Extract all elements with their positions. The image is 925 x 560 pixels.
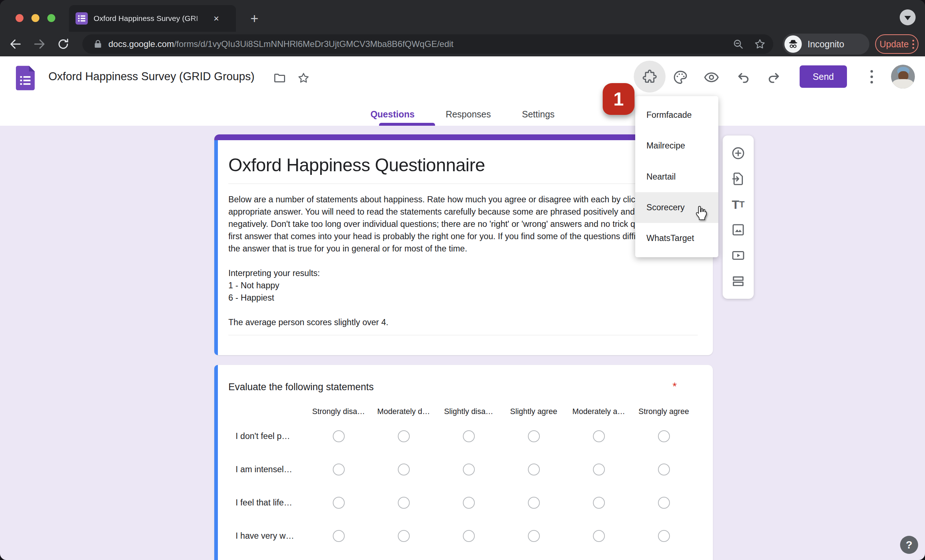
radio-button[interactable] xyxy=(658,530,670,542)
radio-button[interactable] xyxy=(658,497,670,509)
radio-button[interactable] xyxy=(463,497,475,509)
radio-button[interactable] xyxy=(593,530,605,542)
radio-button[interactable] xyxy=(463,464,475,476)
radio-button[interactable] xyxy=(593,464,605,476)
radio-button[interactable] xyxy=(333,497,345,509)
account-avatar[interactable] xyxy=(891,65,915,89)
add-question-icon[interactable] xyxy=(731,146,746,161)
document-title[interactable]: Oxford Happiness Survey (GRID Groups) xyxy=(48,70,255,83)
radio-button[interactable] xyxy=(333,530,345,542)
tt-large: T xyxy=(732,198,739,211)
avatar-shirt xyxy=(892,79,913,89)
menu-item-mailrecipe[interactable]: Mailrecipe xyxy=(635,130,718,161)
addons-button[interactable] xyxy=(634,61,666,92)
cursor-hand-icon xyxy=(693,205,710,223)
grid-row-2: I am intensel… xyxy=(214,453,713,486)
more-options-icon[interactable] xyxy=(868,70,875,83)
question-toolbar: TT xyxy=(723,135,754,299)
grid-cell xyxy=(566,497,631,509)
grid-row-4: I have very w… xyxy=(214,519,713,552)
tab-search-icon[interactable] xyxy=(900,9,916,25)
reload-button[interactable] xyxy=(56,37,70,51)
help-button[interactable]: ? xyxy=(900,536,918,554)
preview-eye-icon[interactable] xyxy=(704,69,719,85)
browser-toolbar: docs.google.com/forms/d/1vyQIu3Ui8SLmNNH… xyxy=(0,32,925,56)
back-button[interactable] xyxy=(9,37,23,51)
radio-button[interactable] xyxy=(463,530,475,542)
incognito-chip[interactable]: Incognito xyxy=(783,34,869,54)
menu-item-whatstarget[interactable]: WhatsTarget xyxy=(635,223,718,254)
radio-button[interactable] xyxy=(528,530,540,542)
window-zoom-button[interactable] xyxy=(47,14,55,22)
undo-icon[interactable] xyxy=(735,69,751,85)
tab-questions[interactable]: Questions xyxy=(368,102,417,126)
forms-header: Oxford Happiness Survey (GRID Groups) Se… xyxy=(0,56,925,126)
radio-button[interactable] xyxy=(333,430,345,442)
radio-button[interactable] xyxy=(398,430,410,442)
column-header-1: Strongly disa… xyxy=(306,407,371,416)
grid-cell xyxy=(306,430,371,442)
star-document-icon[interactable] xyxy=(297,72,310,84)
radio-button[interactable] xyxy=(398,530,410,542)
average-note: The average person scores slightly over … xyxy=(228,316,698,328)
grid-question-card[interactable]: Evaluate the following statements * Stro… xyxy=(214,365,713,560)
forward-button[interactable] xyxy=(33,37,46,51)
tab-close-icon[interactable]: × xyxy=(214,14,219,23)
grid-row-3: I feel that life… xyxy=(214,486,713,519)
form-title[interactable]: Oxford Happiness Questionnaire xyxy=(228,155,698,176)
send-button[interactable]: Send xyxy=(800,65,847,88)
browser-tab[interactable]: Oxford Happiness Survey (GRI × xyxy=(69,5,236,32)
form-title-card-content: Oxford Happiness Questionnaire Below are… xyxy=(228,140,698,335)
radio-button[interactable] xyxy=(528,464,540,476)
add-title-icon[interactable]: TT xyxy=(731,197,746,212)
move-folder-icon[interactable] xyxy=(273,72,286,84)
description-spacer-2 xyxy=(228,304,698,316)
multiple-choice-grid: Strongly disa… Moderately d… Slightly di… xyxy=(214,403,713,552)
grid-cell xyxy=(631,464,696,476)
grid-cell xyxy=(371,464,436,476)
update-button[interactable]: Update xyxy=(875,34,919,54)
menu-item-formfacade[interactable]: Formfacade xyxy=(635,100,718,130)
radio-button[interactable] xyxy=(593,430,605,442)
description-spacer xyxy=(228,255,698,267)
incognito-label: Incognito xyxy=(807,39,844,50)
tab-settings[interactable]: Settings xyxy=(520,102,556,126)
zoom-out-icon[interactable] xyxy=(732,38,744,50)
scale-low: 1 - Not happy xyxy=(228,279,698,292)
bookmark-star-icon[interactable] xyxy=(754,38,766,50)
column-header-4: Slightly agree xyxy=(501,407,566,416)
window-close-button[interactable] xyxy=(15,14,24,22)
radio-button[interactable] xyxy=(658,430,670,442)
radio-button[interactable] xyxy=(333,464,345,476)
radio-button[interactable] xyxy=(528,430,540,442)
column-header-2: Moderately d… xyxy=(371,407,436,416)
grid-cell xyxy=(436,497,501,509)
address-bar[interactable]: docs.google.com/forms/d/1vyQIu3Ui8SLmNNH… xyxy=(82,34,773,54)
question-title[interactable]: Evaluate the following statements xyxy=(228,381,698,393)
new-tab-button[interactable]: + xyxy=(250,12,258,25)
radio-button[interactable] xyxy=(528,497,540,509)
description-divider xyxy=(228,335,698,335)
menu-item-neartail[interactable]: Neartail xyxy=(635,161,718,192)
url-path: /forms/d/1vyQIu3Ui8SLmNNHRl6MeDr3UjtGMCV… xyxy=(174,39,453,49)
add-video-icon[interactable] xyxy=(731,248,746,263)
forms-logo-icon[interactable] xyxy=(16,66,35,90)
add-section-icon[interactable] xyxy=(731,274,746,289)
radio-button[interactable] xyxy=(398,464,410,476)
column-header-5: Moderately a… xyxy=(566,407,631,416)
grid-cell xyxy=(501,530,566,542)
grid-cell xyxy=(501,430,566,442)
row-label-2: I am intensel… xyxy=(236,465,306,474)
grid-cell xyxy=(566,430,631,442)
customize-theme-icon[interactable] xyxy=(672,69,688,85)
redo-icon[interactable] xyxy=(766,69,782,85)
form-description[interactable]: Below are a number of statements about h… xyxy=(228,193,698,328)
import-questions-icon[interactable] xyxy=(731,171,746,187)
add-image-icon[interactable] xyxy=(731,222,746,237)
radio-button[interactable] xyxy=(398,497,410,509)
window-minimize-button[interactable] xyxy=(32,14,39,22)
radio-button[interactable] xyxy=(463,430,475,442)
radio-button[interactable] xyxy=(658,464,670,476)
radio-button[interactable] xyxy=(593,497,605,509)
tab-responses[interactable]: Responses xyxy=(443,102,493,126)
